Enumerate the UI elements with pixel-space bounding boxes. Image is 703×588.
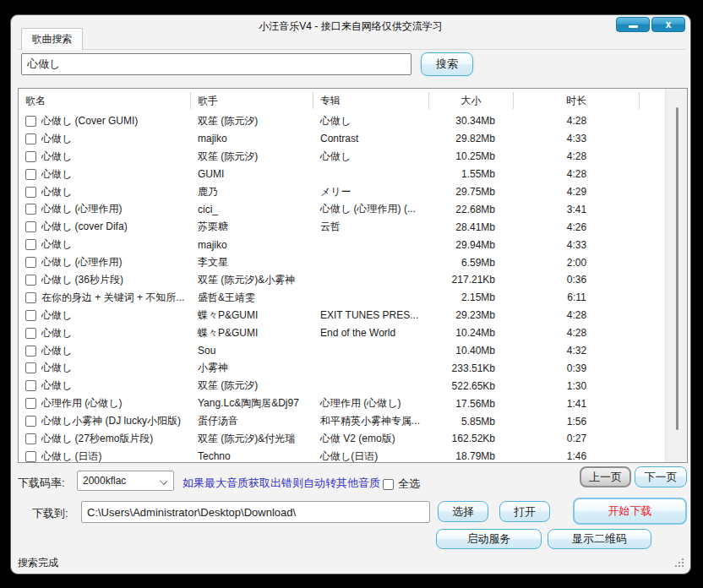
tab-song-search[interactable]: 歌曲搜索 bbox=[21, 28, 83, 50]
table-row[interactable]: 心做し 鹿乃 メリー 29.75Mb 4:29 bbox=[19, 183, 687, 201]
table-row[interactable]: 心做し majiko 29.94Mb 4:33 bbox=[19, 236, 687, 253]
next-page-button[interactable]: 下一页 bbox=[635, 466, 687, 487]
row-checkbox[interactable] bbox=[25, 169, 36, 180]
row-checkbox[interactable] bbox=[25, 328, 36, 339]
table-row[interactable]: 心做し (日语) Techno 心做し(日语) 18.79Mb 1:46 bbox=[19, 448, 687, 463]
song-album: 心理作用 (心做し) bbox=[313, 396, 429, 411]
column-header-album[interactable]: 专辑 bbox=[313, 92, 429, 109]
row-checkbox[interactable] bbox=[25, 433, 36, 444]
song-size: 18.79Mb bbox=[429, 450, 514, 462]
table-row[interactable]: 心做し (心理作用) cici_ 心做し (心理作用) (... 22.68Mb… bbox=[19, 200, 687, 218]
row-checkbox[interactable] bbox=[25, 133, 36, 144]
table-row[interactable]: 心做し 蝶々P&GUMI EXIT TUNES PRES... 29.23Mb … bbox=[19, 307, 687, 324]
song-album: 心做し (心理作用) (... bbox=[313, 202, 429, 216]
row-checkbox[interactable] bbox=[25, 292, 36, 303]
row-checkbox[interactable] bbox=[25, 116, 36, 127]
column-header-duration[interactable]: 时长 bbox=[514, 92, 640, 109]
choose-folder-button[interactable]: 选择 bbox=[438, 501, 488, 522]
column-header-name[interactable]: 歌名 bbox=[19, 92, 191, 109]
song-album: EXIT TUNES PRES... bbox=[313, 309, 429, 321]
song-name: 心做し bbox=[41, 378, 72, 393]
song-size: 17.56Mb bbox=[429, 398, 514, 410]
scrollbar-thumb[interactable] bbox=[676, 107, 678, 430]
table-row[interactable]: 心做し 蝶々P&GUMI End of the World 10.24Mb 4:… bbox=[19, 324, 687, 342]
column-header-artist[interactable]: 歌手 bbox=[191, 92, 313, 109]
table-row[interactable]: 心做し (cover Difa) 苏栗糖 云哲 28.41Mb 4:26 bbox=[19, 218, 687, 236]
song-duration: 4:32 bbox=[514, 345, 640, 357]
start-service-button[interactable]: 启动服务 bbox=[436, 529, 542, 549]
table-row[interactable]: 心做し小雾神 (DJ lucky小阳版) 蛋仔汤音 和平精英小雾神专属... 5… bbox=[19, 412, 687, 430]
quality-hint: 如果最大音质获取出错则自动转其他音质 bbox=[183, 476, 380, 491]
table-row[interactable]: 心做し 双笙 (陈元汐) 心做し 10.25Mb 4:28 bbox=[19, 148, 687, 166]
row-checkbox[interactable] bbox=[25, 221, 36, 232]
show-qrcode-button[interactable]: 显示二维码 bbox=[548, 529, 651, 549]
table-row[interactable]: 在你的身边 + 关键词 + 不知所... 盛哲&王靖雯 2.15Mb 6:11 bbox=[19, 289, 687, 307]
minimize-button[interactable] bbox=[616, 17, 650, 32]
table-row[interactable]: 心做し 小雾神 233.51Kb 0:39 bbox=[19, 359, 687, 377]
vertical-scrollbar[interactable] bbox=[665, 89, 687, 462]
song-name: 心做し (cover Difa) bbox=[41, 220, 128, 234]
table-row[interactable]: 心做し (Cover GUMI) 双笙 (陈元汐) 心做し 30.34Mb 4:… bbox=[19, 112, 687, 130]
row-checkbox[interactable] bbox=[25, 416, 36, 427]
prev-page-button[interactable]: 上一页 bbox=[580, 466, 631, 487]
song-size: 30.34Mb bbox=[429, 115, 514, 127]
search-button[interactable]: 搜索 bbox=[421, 52, 473, 76]
row-checkbox[interactable] bbox=[25, 398, 36, 409]
row-checkbox[interactable] bbox=[25, 187, 36, 198]
table-row[interactable]: 心做し majiko Contrast 29.82Mb 4:33 bbox=[19, 130, 687, 148]
song-size: 29.23Mb bbox=[429, 309, 514, 321]
download-path-input[interactable] bbox=[81, 501, 430, 523]
song-name: 心做し bbox=[41, 326, 72, 340]
song-size: 2.15Mb bbox=[429, 291, 514, 303]
minimize-icon bbox=[629, 25, 638, 28]
song-name: 心做し bbox=[41, 344, 72, 358]
song-artist: 蛋仔汤音 bbox=[191, 414, 313, 428]
song-duration: 4:28 bbox=[514, 150, 640, 162]
row-checkbox[interactable] bbox=[25, 346, 36, 357]
song-name: 心做し bbox=[41, 361, 72, 375]
song-artist: majiko bbox=[191, 239, 313, 251]
close-button[interactable]: x bbox=[651, 17, 685, 32]
row-checkbox[interactable] bbox=[25, 380, 36, 391]
table-row[interactable]: 心做し (心理作用) 李文星 6.59Mb 2:00 bbox=[19, 253, 687, 271]
song-name: 心做し小雾神 (DJ lucky小阳版) bbox=[41, 414, 181, 428]
song-artist: 鹿乃 bbox=[191, 185, 313, 199]
row-checkbox[interactable] bbox=[25, 275, 36, 286]
close-icon: x bbox=[666, 19, 672, 30]
song-album: 心做し(日语) bbox=[313, 449, 429, 463]
song-artist: Sou bbox=[191, 345, 313, 357]
search-input[interactable] bbox=[21, 53, 411, 75]
row-checkbox[interactable] bbox=[25, 257, 36, 268]
song-duration: 6:11 bbox=[514, 291, 640, 303]
table-row[interactable]: 心做し (27秒emo版片段) 双笙 (陈元汐)&付光瑞 心做 V2 (emo版… bbox=[19, 430, 687, 448]
row-checkbox[interactable] bbox=[25, 451, 36, 462]
bitrate-label: 下载码率: bbox=[18, 476, 65, 491]
tab-separator bbox=[18, 49, 685, 50]
song-name: 心做し bbox=[41, 185, 72, 199]
row-checkbox[interactable] bbox=[25, 204, 36, 215]
table-row[interactable]: 心做し Sou 10.40Mb 4:32 bbox=[19, 342, 687, 360]
song-artist: Yang.Lc&陶陶居&Dj97 bbox=[191, 396, 313, 411]
table-row[interactable]: 心做し (36秒片段) 双笙 (陈元汐)&小雾神 217.21Kb 0:36 bbox=[19, 271, 687, 289]
bitrate-select[interactable]: 2000kflac bbox=[77, 471, 174, 491]
open-folder-button[interactable]: 打开 bbox=[499, 501, 550, 522]
row-checkbox[interactable] bbox=[25, 362, 36, 373]
select-all-checkbox[interactable] bbox=[383, 479, 394, 490]
song-duration: 0:27 bbox=[514, 433, 640, 444]
row-checkbox[interactable] bbox=[25, 151, 36, 162]
resize-grip[interactable] bbox=[675, 558, 684, 567]
song-size: 28.41Mb bbox=[429, 221, 514, 233]
table-row[interactable]: 心做し GUMI 1.55Mb 4:28 bbox=[19, 166, 687, 183]
row-checkbox[interactable] bbox=[25, 310, 36, 321]
search-button-label: 搜索 bbox=[436, 57, 458, 72]
song-artist: 小雾神 bbox=[191, 361, 313, 375]
column-header-size[interactable]: 大小 bbox=[429, 92, 514, 109]
start-download-button[interactable]: 开始下载 bbox=[573, 498, 687, 525]
table-row[interactable]: 心理作用 (心做し) Yang.Lc&陶陶居&Dj97 心理作用 (心做し) 1… bbox=[19, 395, 687, 412]
next-page-label: 下一页 bbox=[645, 470, 678, 485]
status-text: 搜索完成 bbox=[18, 556, 58, 570]
table-row[interactable]: 心做し 双笙 (陈元汐) 522.65Kb 1:30 bbox=[19, 377, 687, 395]
row-checkbox[interactable] bbox=[25, 239, 36, 250]
song-size: 22.68Mb bbox=[429, 204, 514, 215]
song-name: 心做し bbox=[41, 150, 72, 164]
